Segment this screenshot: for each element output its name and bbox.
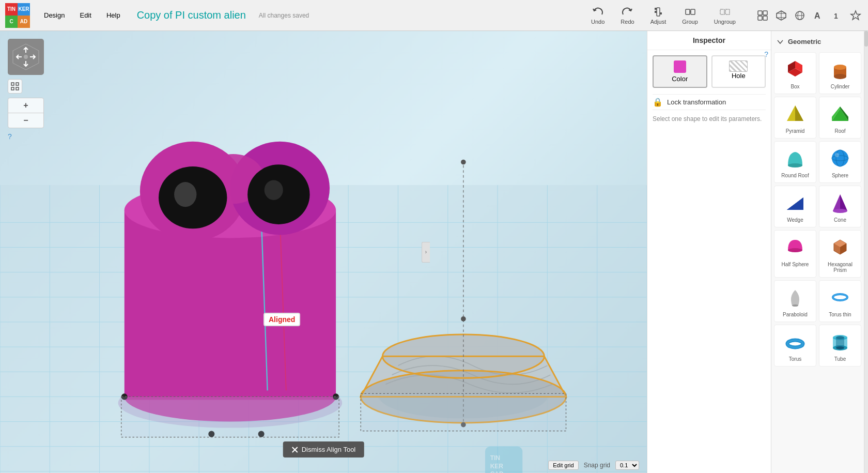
nav-edit[interactable]: Edit	[73, 8, 97, 22]
logo-ker: KER	[18, 3, 30, 16]
logo-ad: AD	[18, 16, 30, 28]
color-button[interactable]: Color	[653, 55, 707, 88]
color-button-content: Color	[658, 60, 702, 83]
svg-rect-3	[660, 12, 662, 14]
paraboloid-label: Paraboloid	[783, 312, 808, 317]
svg-point-114	[833, 209, 847, 213]
tinkercad-logo[interactable]: TIN KER C AD	[5, 3, 30, 28]
svg-rect-5	[691, 9, 695, 14]
svg-rect-80	[361, 393, 566, 431]
svg-rect-2	[655, 11, 657, 13]
svg-point-130	[836, 346, 844, 349]
viewport[interactable]: TIN KER CAD	[0, 31, 647, 473]
scrollbar[interactable]	[864, 31, 868, 473]
shapes-grid: Box Cylinder	[774, 50, 861, 369]
shape-tube[interactable]: Tube	[819, 325, 861, 367]
shape-roof[interactable]: Roof	[819, 97, 861, 139]
half-sphere-shape-icon	[783, 235, 808, 260]
snap-grid-label: Snap grid	[584, 462, 610, 469]
shape-torus-thin[interactable]: Torus thin	[819, 280, 861, 322]
nav-cube[interactable]	[8, 39, 44, 75]
tube-shape-icon	[828, 329, 853, 354]
cube-view-icon[interactable]	[774, 8, 788, 23]
svg-rect-4	[686, 9, 690, 14]
zoom-controls: + −	[8, 98, 44, 128]
shape-cylinder[interactable]: Cylinder	[819, 52, 861, 94]
shape-sphere[interactable]: Sphere	[819, 141, 861, 183]
snap-grid-select[interactable]: 0.1 0.5 1	[615, 461, 639, 470]
logo-tin: TIN	[5, 3, 18, 16]
tube-label: Tube	[834, 356, 846, 362]
lock-icon[interactable]: 🔒	[653, 97, 663, 107]
collapse-panel-button[interactable]: ›	[422, 242, 430, 263]
svg-marker-113	[840, 194, 847, 211]
svg-rect-8	[725, 9, 730, 14]
inspector-header: Inspector	[647, 31, 771, 50]
svg-text:A: A	[814, 11, 820, 20]
edit-grid-button[interactable]: Edit grid	[548, 461, 578, 470]
hole-button-content: Hole	[717, 60, 761, 80]
svg-rect-88	[16, 83, 19, 85]
wedge-shape-icon	[783, 190, 808, 215]
inspector-body: Color Hole ? 🔒 Lock transformati	[647, 50, 771, 128]
grid-view-icon[interactable]	[755, 8, 770, 23]
ungroup-button[interactable]: Ungroup	[710, 4, 740, 27]
zoom-in-button[interactable]: +	[19, 98, 33, 113]
number-icon[interactable]: 1	[830, 8, 844, 23]
svg-rect-0	[657, 8, 660, 16]
shape-hex-prism[interactable]: Hexagonal Prism	[819, 230, 861, 278]
svg-point-77	[461, 316, 466, 322]
svg-marker-22	[851, 11, 860, 20]
roof-label: Roof	[834, 128, 845, 134]
sphere-view-icon[interactable]	[793, 8, 807, 23]
scrollbar-thumb[interactable]	[864, 31, 868, 47]
pyramid-label: Pyramid	[786, 128, 805, 134]
help-button[interactable]: ?	[8, 132, 44, 141]
torus-shape-icon	[783, 329, 808, 354]
svg-rect-87	[11, 83, 14, 85]
grid-svg: TIN KER CAD	[0, 31, 647, 473]
logo-c: C	[5, 16, 18, 28]
fit-icon	[10, 82, 20, 91]
round-roof-shape-icon	[783, 146, 808, 171]
box-label: Box	[791, 84, 799, 89]
canvas-area[interactable]: TIN KER CAD	[0, 31, 647, 473]
toolbar-center: Undo Redo Adjust Group	[587, 4, 740, 27]
right-panel: Inspector Color Hole	[647, 31, 868, 473]
svg-point-86	[24, 55, 28, 59]
group-button[interactable]: Group	[678, 4, 702, 27]
adjust-button[interactable]: Adjust	[646, 4, 671, 27]
star-icon[interactable]	[848, 8, 863, 23]
zoom-out-button[interactable]: −	[19, 113, 33, 128]
redo-button[interactable]: Redo	[616, 4, 638, 27]
aligned-badge: Aligned	[264, 313, 300, 326]
hole-button[interactable]: Hole	[711, 55, 766, 88]
nav-help[interactable]: Help	[100, 8, 127, 22]
shape-wedge[interactable]: Wedge	[774, 186, 816, 227]
main-area: TIN KER CAD	[0, 31, 868, 473]
inspector-help-icon[interactable]: ?	[764, 50, 768, 58]
text-icon[interactable]: A	[811, 8, 826, 23]
paraboloid-shape-icon	[783, 285, 808, 310]
fit-view-button[interactable]	[8, 79, 22, 94]
shape-pyramid[interactable]: Pyramid	[774, 97, 816, 139]
shape-box[interactable]: Box	[774, 52, 816, 94]
box-shape-icon	[783, 57, 808, 82]
adjust-icon	[653, 6, 664, 18]
lock-row: 🔒 Lock transformation	[653, 94, 766, 110]
shape-torus[interactable]: Torus	[774, 325, 816, 367]
top-bar: TIN KER C AD Design Edit Help Copy of PI…	[0, 0, 868, 31]
dismiss-align-tool-button[interactable]: Dismiss Align Tool	[283, 441, 364, 457]
shape-cone[interactable]: Cone	[819, 186, 861, 227]
shape-paraboloid[interactable]: Paraboloid	[774, 280, 816, 322]
svg-point-120	[792, 304, 798, 307]
svg-rect-1	[655, 8, 657, 10]
nav-design[interactable]: Design	[38, 8, 71, 22]
color-swatch	[674, 60, 686, 73]
shape-round-roof[interactable]: Round Roof	[774, 141, 816, 183]
svg-rect-9	[758, 11, 762, 15]
select-hint: Select one shape to edit its parameters.	[653, 115, 766, 123]
undo-button[interactable]: Undo	[587, 4, 609, 27]
shape-half-sphere[interactable]: Half Sphere	[774, 230, 816, 278]
half-sphere-label: Half Sphere	[782, 262, 809, 267]
